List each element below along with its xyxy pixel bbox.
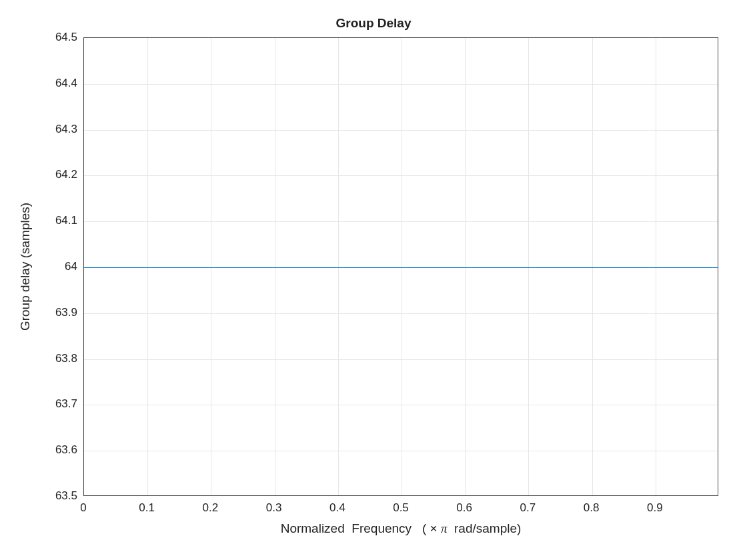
chart-title: Group Delay xyxy=(0,16,747,31)
y-tick-label: 64 xyxy=(24,260,77,273)
pi-symbol: π xyxy=(441,521,448,535)
grid-line-horizontal xyxy=(84,313,718,314)
x-tick-label: 0.2 xyxy=(203,501,219,515)
plot-area xyxy=(83,37,718,496)
y-tick-label: 64.5 xyxy=(24,31,77,44)
grid-line-horizontal xyxy=(84,405,718,405)
grid-line-vertical xyxy=(147,38,148,495)
grid-line-vertical xyxy=(275,38,275,495)
x-axis-label-text-2: rad/sample) xyxy=(447,521,521,535)
x-tick-label: 0.4 xyxy=(329,501,345,515)
chart-figure: Group Delay Normalized Frequency ( × π r… xyxy=(0,0,747,560)
x-tick-label: 0.8 xyxy=(584,501,600,515)
y-tick-label: 63.9 xyxy=(24,306,77,319)
grid-line-horizontal xyxy=(84,130,718,131)
y-tick-label: 64.2 xyxy=(24,168,77,181)
data-line xyxy=(84,267,718,268)
x-tick-label: 0.6 xyxy=(456,501,472,515)
x-tick-label: 0.1 xyxy=(139,501,155,515)
y-tick-label: 63.6 xyxy=(24,443,77,457)
grid-line-vertical xyxy=(465,38,466,495)
y-tick-label: 63.7 xyxy=(24,397,77,411)
y-tick-label: 64.4 xyxy=(24,77,77,90)
grid-line-vertical xyxy=(656,38,656,495)
grid-line-vertical xyxy=(528,38,529,495)
y-tick-label: 64.3 xyxy=(24,123,77,136)
grid-line-vertical xyxy=(592,38,593,495)
grid-line-horizontal xyxy=(84,359,718,360)
y-tick-label: 64.1 xyxy=(24,214,77,227)
grid-line-horizontal xyxy=(84,451,718,451)
x-tick-label: 0.5 xyxy=(393,501,409,515)
x-tick-label: 0.3 xyxy=(266,501,282,515)
y-tick-label: 63.5 xyxy=(24,489,77,503)
grid-line-vertical xyxy=(211,38,211,495)
grid-line-horizontal xyxy=(84,221,718,222)
grid-line-vertical xyxy=(338,38,339,495)
x-tick-label: 0.9 xyxy=(647,501,663,515)
grid-line-horizontal xyxy=(84,84,718,85)
y-tick-label: 63.8 xyxy=(24,352,77,365)
x-tick-label: 0.7 xyxy=(520,501,536,515)
grid-line-vertical xyxy=(402,38,402,495)
grid-line-horizontal xyxy=(84,175,718,176)
x-axis-label: Normalized Frequency ( × π rad/sample) xyxy=(83,521,718,536)
x-axis-label-text-1: Normalized Frequency ( × xyxy=(281,521,441,535)
x-tick-label: 0 xyxy=(80,501,86,515)
